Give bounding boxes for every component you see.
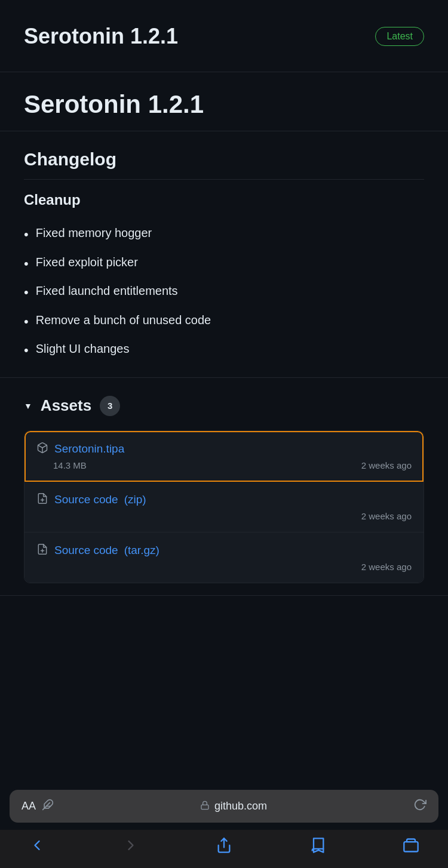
list-item-text: Remove a bunch of unused code bbox=[36, 313, 211, 327]
browser-bar: AA github.com bbox=[10, 790, 438, 823]
list-item: Slight UI changes bbox=[24, 336, 424, 365]
reload-icon[interactable] bbox=[413, 798, 426, 814]
asset-item-targz[interactable]: Source code (tar.gz) 2 weeks ago bbox=[24, 533, 424, 583]
asset-time-tipa: 2 weeks ago bbox=[361, 460, 412, 470]
url-text[interactable]: github.com bbox=[214, 800, 267, 812]
assets-count-badge: 3 bbox=[100, 396, 120, 416]
list-item-text: Fixed memory hogger bbox=[36, 226, 152, 240]
extensions-icon[interactable] bbox=[42, 799, 54, 814]
list-item-text: Slight UI changes bbox=[36, 342, 130, 356]
forward-button[interactable] bbox=[118, 837, 144, 854]
release-section: Serotonin 1.2.1 bbox=[0, 72, 448, 131]
asset-time-targz: 2 weeks ago bbox=[36, 562, 412, 572]
list-item: Remove a bunch of unused code bbox=[24, 307, 424, 337]
asset-link-targz-name[interactable]: Source code bbox=[54, 544, 118, 557]
list-item-text: Fixed exploit picker bbox=[36, 256, 138, 269]
browser-bar-center[interactable]: github.com bbox=[54, 800, 413, 812]
targz-icon bbox=[36, 543, 48, 558]
zip-icon bbox=[36, 493, 48, 507]
svg-rect-9 bbox=[404, 842, 418, 851]
list-item: Fixed launchd entitlements bbox=[24, 278, 424, 307]
tabs-button[interactable] bbox=[398, 837, 424, 854]
asset-targz-suffix: (tar.gz) bbox=[124, 544, 159, 557]
asset-item-tipa[interactable]: Serotonin.tipa 14.3 MB 2 weeks ago bbox=[24, 431, 424, 482]
release-title: Serotonin 1.2.1 bbox=[24, 90, 424, 119]
svg-rect-7 bbox=[201, 805, 208, 809]
assets-list: Serotonin.tipa 14.3 MB 2 weeks ago bbox=[24, 430, 424, 583]
bottom-nav bbox=[0, 830, 448, 868]
header-section: Serotonin 1.2.1 Latest bbox=[0, 0, 448, 72]
aa-text[interactable]: AA bbox=[22, 800, 36, 812]
triangle-icon: ▼ bbox=[24, 401, 32, 411]
asset-link-tipa[interactable]: Serotonin.tipa bbox=[54, 442, 124, 455]
changelog-heading: Changelog bbox=[24, 149, 424, 180]
list-item-text: Fixed launchd entitlements bbox=[36, 284, 178, 298]
assets-heading: Assets bbox=[41, 396, 91, 415]
cleanup-heading: Cleanup bbox=[24, 192, 424, 208]
asset-time-zip: 2 weeks ago bbox=[36, 511, 412, 521]
assets-section: ▼ Assets 3 Serotonin.tipa bbox=[0, 378, 448, 596]
asset-link-zip-name[interactable]: Source code bbox=[54, 493, 118, 506]
share-button[interactable] bbox=[211, 837, 237, 854]
browser-bar-left: AA bbox=[22, 799, 54, 814]
changelog-list: Fixed memory hogger Fixed exploit picker… bbox=[24, 220, 424, 365]
changelog-section: Changelog Cleanup Fixed memory hogger Fi… bbox=[0, 131, 448, 378]
asset-zip-suffix: (zip) bbox=[124, 493, 146, 506]
bookmarks-button[interactable] bbox=[305, 837, 331, 854]
list-item: Fixed exploit picker bbox=[24, 250, 424, 279]
package-icon bbox=[36, 442, 48, 457]
lock-icon bbox=[200, 801, 210, 812]
list-item: Fixed memory hogger bbox=[24, 220, 424, 250]
latest-badge: Latest bbox=[375, 27, 424, 46]
page-title: Serotonin 1.2.1 bbox=[24, 24, 178, 49]
asset-size-tipa: 14.3 MB bbox=[53, 460, 87, 470]
back-button[interactable] bbox=[24, 837, 50, 854]
asset-item-zip[interactable]: Source code (zip) 2 weeks ago bbox=[24, 482, 424, 533]
